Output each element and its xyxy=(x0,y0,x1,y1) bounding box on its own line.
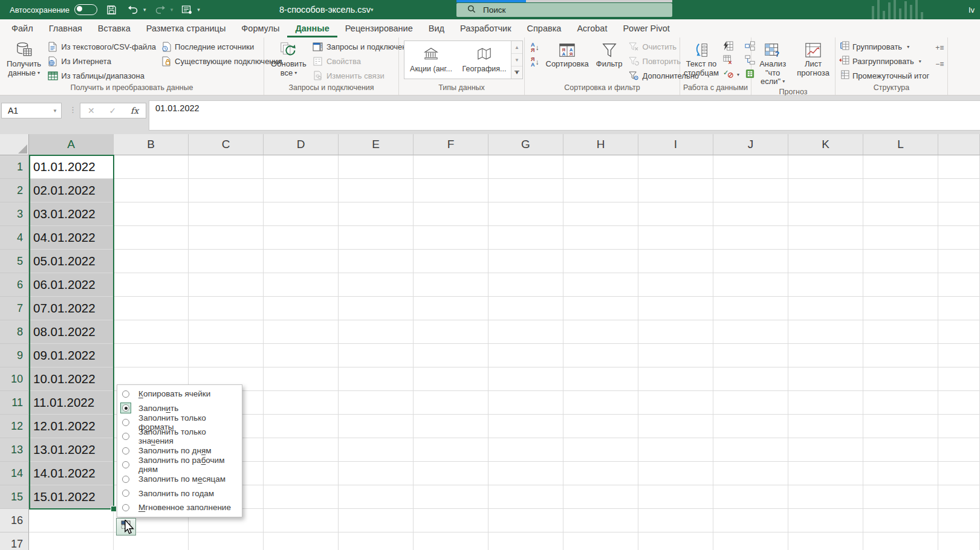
undo-button[interactable] xyxy=(125,2,141,18)
cell-E13[interactable] xyxy=(339,438,414,462)
column-header-E[interactable]: E xyxy=(339,134,414,155)
cell-G13[interactable] xyxy=(488,438,563,462)
cell-partial-13[interactable] xyxy=(938,438,980,462)
cell-D5[interactable] xyxy=(264,250,339,273)
cell-I11[interactable] xyxy=(638,391,713,415)
cell-D4[interactable] xyxy=(264,226,339,250)
cell-K17[interactable] xyxy=(788,532,863,550)
cell-J13[interactable] xyxy=(713,438,788,462)
cell-F16[interactable] xyxy=(414,509,488,532)
row-header-13[interactable]: 13 xyxy=(0,438,29,462)
cell-I10[interactable] xyxy=(638,367,713,391)
cell-B5[interactable] xyxy=(114,250,189,273)
cell-K12[interactable] xyxy=(788,415,863,438)
cell-G6[interactable] xyxy=(488,273,563,297)
cell-A17[interactable] xyxy=(29,532,114,550)
row-header-10[interactable]: 10 xyxy=(0,367,29,391)
cell-F11[interactable] xyxy=(414,391,488,415)
menu-item-fill-values-only[interactable]: Заполнить только значения xyxy=(117,430,242,444)
formula-bar-splitter[interactable]: ⋮ xyxy=(69,105,77,114)
cell-L16[interactable] xyxy=(863,509,938,532)
cell-I15[interactable] xyxy=(638,485,713,509)
cell-L13[interactable] xyxy=(863,438,938,462)
cell-K2[interactable] xyxy=(788,179,863,202)
forecast-sheet-button[interactable]: Лист прогноза xyxy=(794,39,832,79)
cell-A8[interactable]: 08.01.2022 xyxy=(29,320,114,344)
cell-G4[interactable] xyxy=(488,226,563,250)
row-header-14[interactable]: 14 xyxy=(0,462,29,485)
cell-F15[interactable] xyxy=(414,485,488,509)
cell-L9[interactable] xyxy=(863,344,938,367)
insert-function-button[interactable]: fx xyxy=(131,106,138,115)
row-header-12[interactable]: 12 xyxy=(0,415,29,438)
cell-H12[interactable] xyxy=(563,415,638,438)
autofill-options-button[interactable] xyxy=(116,518,136,535)
cell-I13[interactable] xyxy=(638,438,713,462)
cell-A14[interactable]: 14.01.2022 xyxy=(29,462,114,485)
cell-E16[interactable] xyxy=(339,509,414,532)
cell-E15[interactable] xyxy=(339,485,414,509)
cell-partial-10[interactable] xyxy=(938,367,980,391)
cell-I7[interactable] xyxy=(638,297,713,320)
cell-E2[interactable] xyxy=(339,179,414,202)
cell-H14[interactable] xyxy=(563,462,638,485)
cell-B4[interactable] xyxy=(114,226,189,250)
cell-partial-11[interactable] xyxy=(938,391,980,415)
cell-L2[interactable] xyxy=(863,179,938,202)
cell-partial-6[interactable] xyxy=(938,273,980,297)
cell-A10[interactable]: 10.01.2022 xyxy=(29,367,114,391)
menu-item-fill-years[interactable]: Заполнить по годам xyxy=(117,487,242,501)
cell-D13[interactable] xyxy=(264,438,339,462)
fill-handle[interactable] xyxy=(111,506,117,512)
cell-H15[interactable] xyxy=(563,485,638,509)
cell-J3[interactable] xyxy=(713,202,788,226)
enter-check-icon[interactable]: ✓ xyxy=(109,106,116,115)
cell-B1[interactable] xyxy=(114,155,189,179)
cell-D1[interactable] xyxy=(264,155,339,179)
cell-G12[interactable] xyxy=(488,415,563,438)
column-header-J[interactable]: J xyxy=(713,134,788,155)
cell-partial-16[interactable] xyxy=(938,509,980,532)
refresh-all-button[interactable]: Обновить все▾ xyxy=(268,39,310,79)
cell-L5[interactable] xyxy=(863,250,938,273)
cell-K3[interactable] xyxy=(788,202,863,226)
cell-D2[interactable] xyxy=(264,179,339,202)
cell-I9[interactable] xyxy=(638,344,713,367)
hide-detail-button[interactable]: −≡ xyxy=(934,57,945,71)
from-table-range-button[interactable]: Из таблицы/диапазона xyxy=(45,68,158,83)
cell-E12[interactable] xyxy=(339,415,414,438)
cell-H2[interactable] xyxy=(563,179,638,202)
cell-partial-3[interactable] xyxy=(938,202,980,226)
cell-F6[interactable] xyxy=(414,273,488,297)
row-header-2[interactable]: 2 xyxy=(0,179,29,202)
gallery-more-icon[interactable]: ▼ xyxy=(511,66,522,79)
geography-data-type[interactable]: География... xyxy=(458,41,511,79)
text-to-columns-button[interactable]: Текст по столбцам xyxy=(684,39,719,79)
filter-button[interactable]: Фильтр xyxy=(593,39,626,70)
tab-formulas[interactable]: Формулы xyxy=(233,19,287,37)
cell-partial-7[interactable] xyxy=(938,297,980,320)
cell-H9[interactable] xyxy=(563,344,638,367)
cell-H17[interactable] xyxy=(563,532,638,550)
cell-K13[interactable] xyxy=(788,438,863,462)
cell-E9[interactable] xyxy=(339,344,414,367)
column-header-L[interactable]: L xyxy=(863,134,938,155)
tab-acrobat[interactable]: Acrobat xyxy=(569,19,615,37)
cell-B8[interactable] xyxy=(114,320,189,344)
cell-B2[interactable] xyxy=(114,179,189,202)
cell-F4[interactable] xyxy=(414,226,488,250)
cell-G16[interactable] xyxy=(488,509,563,532)
cell-I5[interactable] xyxy=(638,250,713,273)
cell-E5[interactable] xyxy=(339,250,414,273)
flash-fill-button[interactable] xyxy=(721,40,741,54)
cell-partial-8[interactable] xyxy=(938,320,980,344)
cell-D9[interactable] xyxy=(264,344,339,367)
row-header-15[interactable]: 15 xyxy=(0,485,29,509)
cell-L14[interactable] xyxy=(863,462,938,485)
formula-input[interactable]: 01.01.2022 xyxy=(149,100,980,131)
get-data-button[interactable]: Получить данные▾ xyxy=(4,39,44,79)
cell-E10[interactable] xyxy=(339,367,414,391)
cell-H5[interactable] xyxy=(563,250,638,273)
cell-D15[interactable] xyxy=(264,485,339,509)
menu-item-copy-cells[interactable]: Копировать ячейки xyxy=(117,387,242,401)
